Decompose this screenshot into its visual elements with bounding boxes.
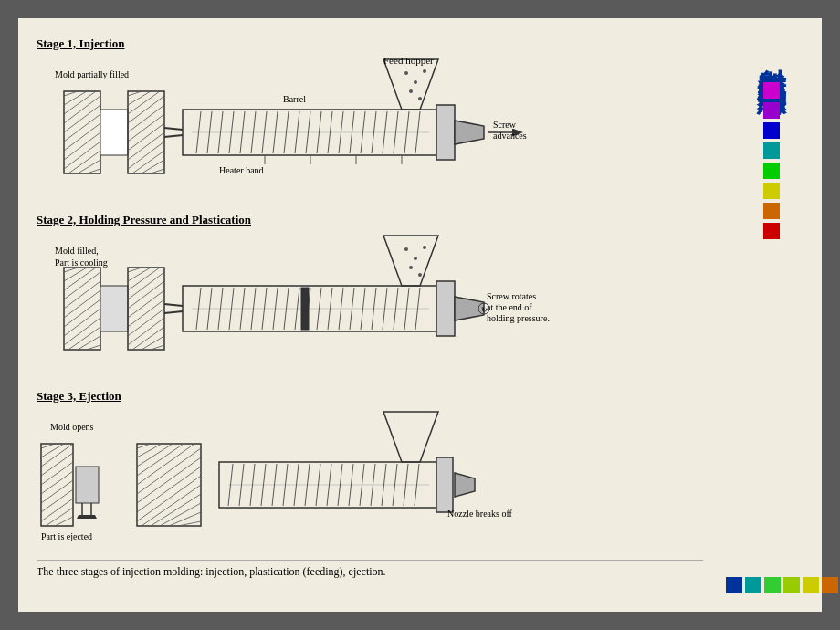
svg-marker-139 [383, 412, 438, 462]
svg-text:Screw rotates: Screw rotates [487, 291, 536, 301]
stage3-diagram: Nozzle breaks off [37, 407, 584, 549]
stage3-label: Stage 3, Ejection [37, 389, 703, 404]
svg-line-182 [137, 444, 162, 457]
svg-rect-46 [100, 110, 128, 155]
right-panel: 射出成形之三種狀態圖 [721, 18, 822, 612]
svg-marker-179 [77, 515, 97, 519]
svg-point-75 [409, 266, 413, 269]
svg-text:Mold partially filled: Mold partially filled [55, 69, 129, 79]
svg-line-35 [64, 91, 87, 105]
svg-point-4 [409, 89, 413, 93]
svg-line-110 [64, 268, 87, 281]
chinese-title: 射出成形之三種狀態圖 [754, 46, 789, 64]
color-sq-4 [763, 142, 780, 159]
stage1-section: Stage 1, Injection Feed hopper [37, 37, 703, 205]
svg-line-44 [78, 160, 100, 173]
color-squares-bottom [726, 577, 840, 593]
svg-rect-180 [137, 444, 201, 526]
color-bottom-1 [726, 577, 742, 593]
stage3-section: Stage 3, Ejection [37, 389, 703, 549]
svg-text:Part is ejected: Part is ejected [41, 531, 92, 541]
svg-text:at the end of: at the end of [487, 302, 532, 312]
svg-rect-47 [128, 91, 164, 173]
svg-text:↻: ↻ [481, 306, 488, 314]
color-sq-2 [763, 102, 780, 119]
color-bottom-3 [764, 577, 781, 593]
bottom-caption: The three stages of injection molding: i… [37, 560, 703, 580]
svg-text:holding pressure.: holding pressure. [487, 313, 550, 323]
stage1-label: Stage 1, Injection [37, 37, 703, 51]
svg-line-170 [41, 480, 73, 503]
svg-marker-71 [383, 236, 438, 286]
color-bottom-4 [783, 577, 800, 593]
svg-rect-30 [436, 105, 455, 160]
svg-rect-33 [64, 91, 100, 173]
svg-line-166 [41, 444, 73, 467]
svg-line-168 [41, 462, 73, 485]
svg-point-73 [414, 257, 417, 260]
svg-line-187 [137, 457, 201, 503]
svg-line-169 [41, 471, 73, 494]
svg-rect-101 [436, 281, 455, 336]
svg-line-112 [64, 272, 100, 299]
svg-line-135 [164, 304, 183, 306]
svg-line-173 [46, 508, 73, 526]
stage2-section: Stage 2, Holding Pressure and Plasticati… [37, 213, 703, 382]
svg-point-1 [404, 71, 408, 75]
svg-line-193 [169, 512, 201, 526]
svg-line-188 [137, 467, 201, 512]
svg-line-58 [142, 160, 164, 173]
svg-text:Mold filled,: Mold filled, [55, 246, 99, 256]
svg-point-76 [418, 273, 422, 277]
color-sq-8 [763, 223, 780, 239]
svg-marker-0 [383, 59, 438, 110]
svg-rect-176 [76, 467, 99, 503]
svg-text:Barrel: Barrel [283, 94, 306, 104]
svg-line-49 [128, 91, 151, 105]
svg-line-184 [137, 444, 184, 476]
svg-rect-160 [436, 457, 453, 512]
svg-rect-121 [100, 286, 128, 331]
svg-text:Heater band: Heater band [219, 165, 264, 175]
svg-point-74 [423, 246, 426, 249]
color-sq-3 [763, 122, 780, 139]
svg-rect-108 [64, 268, 100, 350]
color-bottom-5 [803, 577, 819, 593]
svg-line-186 [137, 448, 201, 494]
svg-line-124 [128, 268, 151, 281]
svg-rect-122 [128, 268, 164, 350]
svg-point-2 [414, 80, 417, 84]
color-sq-1 [763, 82, 780, 99]
svg-line-37 [64, 96, 100, 123]
slide-container: Stage 1, Injection Feed hopper [18, 18, 822, 612]
svg-point-72 [404, 247, 408, 251]
svg-line-136 [164, 311, 183, 313]
stage2-diagram: Screw rotates at the end of holding pres… [37, 231, 584, 382]
stage1-diagram: Feed hopper [37, 55, 584, 205]
color-bottom-6 [822, 577, 838, 593]
stage2-label: Stage 2, Holding Pressure and Plasticati… [37, 213, 703, 227]
svg-marker-102 [455, 297, 484, 320]
svg-line-191 [151, 494, 201, 526]
svg-rect-100 [301, 288, 309, 330]
svg-line-165 [41, 444, 64, 457]
svg-text:Part is cooling: Part is cooling [55, 257, 108, 268]
svg-point-5 [418, 97, 422, 100]
svg-line-185 [137, 444, 194, 485]
color-squares-top [763, 82, 780, 239]
svg-text:Feed hopper: Feed hopper [383, 55, 434, 66]
svg-line-119 [78, 336, 100, 350]
svg-point-3 [423, 69, 426, 73]
svg-line-61 [164, 135, 183, 137]
svg-text:advances: advances [493, 131, 527, 141]
svg-marker-31 [455, 121, 484, 144]
svg-line-133 [142, 336, 164, 350]
color-sq-7 [763, 203, 780, 219]
caption-text: The three stages of injection molding: i… [37, 565, 386, 578]
svg-line-60 [164, 128, 183, 130]
svg-marker-161 [455, 473, 475, 497]
color-sq-6 [763, 183, 780, 199]
svg-text:Mold opens: Mold opens [50, 422, 94, 432]
color-bottom-2 [745, 577, 761, 593]
main-content: Stage 1, Injection Feed hopper [18, 18, 721, 612]
